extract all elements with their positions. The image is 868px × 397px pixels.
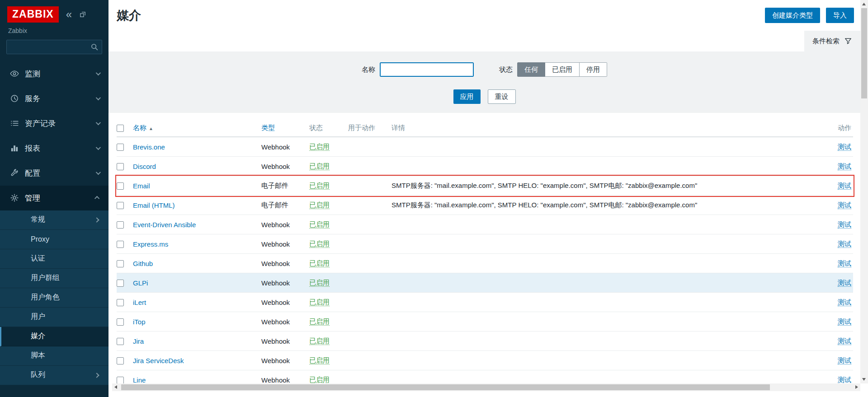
row-checkbox[interactable] [117, 338, 124, 345]
media-type-name-link[interactable]: Line [133, 376, 146, 384]
sidebar-subitem-media-types[interactable]: 媒介 [0, 327, 108, 346]
search-input[interactable] [6, 40, 102, 54]
sidebar-subitem-label: 脚本 [31, 351, 99, 360]
row-checkbox[interactable] [117, 377, 124, 383]
media-type-name-link[interactable]: Discord [133, 163, 156, 170]
status-option-1[interactable]: 已启用 [545, 62, 580, 77]
status-option-0[interactable]: 任何 [517, 62, 545, 77]
media-type-name-link[interactable]: Jira [133, 337, 144, 345]
vertical-scrollbar[interactable] [860, 0, 868, 383]
row-checkbox[interactable] [117, 163, 124, 170]
row-checkbox[interactable] [117, 202, 124, 209]
test-link[interactable]: 测试 [838, 259, 851, 267]
media-type-name-link[interactable]: Event-Driven Ansible [133, 221, 196, 229]
row-checkbox[interactable] [117, 280, 124, 287]
test-link[interactable]: 测试 [838, 182, 851, 190]
column-header-type[interactable]: 类型 [261, 124, 275, 131]
horizontal-scroll-thumb[interactable] [121, 384, 770, 390]
test-link[interactable]: 测试 [838, 337, 851, 345]
chevron-up-icon [94, 196, 99, 201]
row-checkbox[interactable] [117, 144, 124, 151]
test-link[interactable]: 测试 [838, 356, 851, 364]
status-enabled-link[interactable]: 已启用 [309, 279, 330, 287]
eye-icon [10, 69, 19, 78]
status-enabled-link[interactable]: 已启用 [309, 356, 330, 364]
row-checkbox[interactable] [117, 221, 124, 229]
status-enabled-link[interactable]: 已启用 [309, 182, 330, 190]
filter-name-input[interactable] [380, 62, 474, 77]
row-checkbox[interactable] [117, 357, 124, 364]
page-title: 媒介 [117, 7, 141, 23]
sidebar-item-reports[interactable]: 报表 [0, 136, 108, 161]
test-link[interactable]: 测试 [838, 376, 851, 384]
media-type-name-link[interactable]: Email [133, 182, 150, 190]
sidebar-subitem-users[interactable]: 用户 [0, 308, 108, 327]
search-icon[interactable] [90, 43, 99, 53]
row-checkbox[interactable] [117, 299, 124, 306]
status-enabled-link[interactable]: 已启用 [309, 220, 330, 229]
sidebar-subitem-authentication[interactable]: 认证 [0, 249, 108, 269]
row-checkbox[interactable] [117, 318, 124, 326]
test-link[interactable]: 测试 [838, 298, 851, 306]
select-all-checkbox[interactable] [117, 125, 124, 132]
zabbix-logo[interactable]: ZABBIX [7, 6, 59, 23]
test-link[interactable]: 测试 [838, 279, 851, 287]
scroll-down-icon[interactable] [862, 378, 866, 381]
status-enabled-link[interactable]: 已启用 [309, 376, 330, 384]
reset-button[interactable]: 重设 [488, 89, 516, 104]
filter-tab[interactable]: 条件检索 [804, 31, 860, 51]
status-enabled-link[interactable]: 已启用 [309, 298, 330, 306]
create-media-type-button[interactable]: 创建媒介类型 [765, 8, 820, 23]
sidebar-item-configuration[interactable]: 配置 [0, 161, 108, 186]
row-checkbox[interactable] [117, 182, 124, 190]
media-type-name-link[interactable]: Email (HTML) [133, 201, 175, 209]
test-link[interactable]: 测试 [838, 318, 851, 326]
sidebar-item-services[interactable]: 服务 [0, 86, 108, 111]
column-header-name[interactable]: 名称▲ [133, 124, 153, 131]
scroll-up-icon[interactable] [862, 3, 866, 5]
collapse-sidebar-icon[interactable]: « [66, 9, 72, 20]
vertical-scroll-thumb[interactable] [861, 8, 867, 98]
test-link[interactable]: 测试 [838, 143, 851, 151]
details-text: SMTP服务器: "mail.example.com", SMTP HELO: … [392, 201, 820, 210]
status-enabled-link[interactable]: 已启用 [309, 337, 330, 345]
sidebar-subitem-scripts[interactable]: 脚本 [0, 346, 108, 366]
status-enabled-link[interactable]: 已启用 [309, 259, 330, 267]
status-enabled-link[interactable]: 已启用 [309, 143, 330, 151]
media-type-type: Webhook [261, 337, 309, 345]
horizontal-scrollbar[interactable] [112, 383, 860, 391]
scroll-left-icon[interactable] [114, 385, 117, 389]
status-option-2[interactable]: 停用 [580, 62, 607, 77]
table-row: Email (HTML)电子邮件已启用SMTP服务器: "mail.exampl… [117, 196, 853, 215]
import-button[interactable]: 导入 [826, 8, 854, 23]
sidebar-subitem-user-groups[interactable]: 用户群组 [0, 269, 108, 288]
media-type-name-link[interactable]: Brevis.one [133, 143, 165, 151]
scroll-right-icon[interactable] [855, 385, 858, 389]
test-link[interactable]: 测试 [838, 220, 851, 229]
media-type-name-link[interactable]: Jira ServiceDesk [133, 357, 184, 364]
sidebar-subitem-queue[interactable]: 队列 [0, 366, 108, 385]
sidebar-subitem-proxy[interactable]: Proxy [0, 230, 108, 249]
row-checkbox[interactable] [117, 260, 124, 267]
row-checkbox[interactable] [117, 241, 124, 248]
sidebar-subitem-general[interactable]: 常规 [0, 210, 108, 230]
status-enabled-link[interactable]: 已启用 [309, 240, 330, 248]
sidebar-item-monitoring[interactable]: 监测 [0, 61, 108, 86]
apply-button[interactable]: 应用 [453, 89, 481, 104]
test-link[interactable]: 测试 [838, 162, 851, 170]
media-type-name-link[interactable]: iLert [133, 299, 146, 306]
sidebar-subitem-user-roles[interactable]: 用户角色 [0, 288, 108, 308]
sidebar-item-inventory[interactable]: 资产记录 [0, 111, 108, 136]
status-enabled-link[interactable]: 已启用 [309, 318, 330, 326]
test-link[interactable]: 测试 [838, 201, 851, 209]
media-type-name-link[interactable]: GLPi [133, 279, 148, 287]
popout-sidebar-icon[interactable] [79, 11, 86, 18]
status-enabled-link[interactable]: 已启用 [309, 162, 330, 170]
sidebar-item-administration[interactable]: 管理 [0, 186, 108, 210]
chart-icon [10, 144, 19, 153]
status-enabled-link[interactable]: 已启用 [309, 201, 330, 209]
media-type-name-link[interactable]: iTop [133, 318, 146, 326]
media-type-name-link[interactable]: Express.ms [133, 240, 168, 248]
test-link[interactable]: 测试 [838, 240, 851, 248]
media-type-name-link[interactable]: Github [133, 260, 153, 267]
